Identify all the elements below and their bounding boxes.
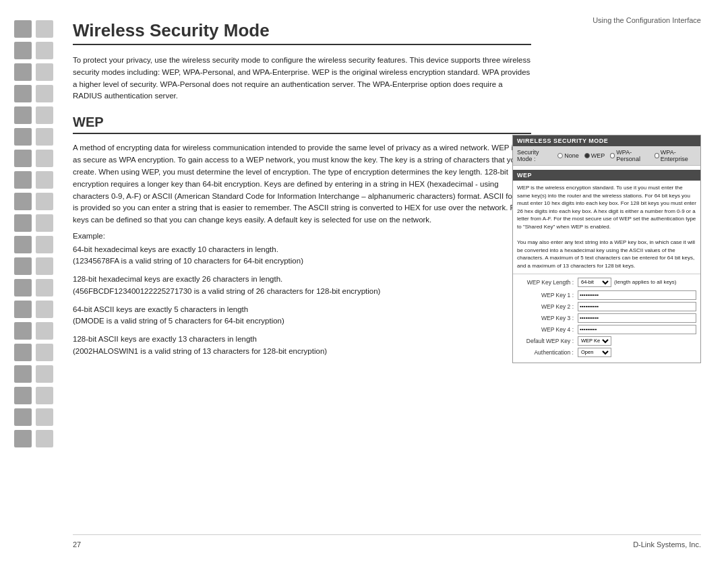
sidebar-row — [14, 430, 53, 447]
wep-key-2-input[interactable] — [578, 302, 696, 311]
sidebar-square — [14, 20, 32, 38]
sidebar-square — [36, 128, 53, 146]
sidebar-row — [14, 85, 53, 102]
sidebar-square — [36, 63, 53, 81]
page-title: Wireless Security Mode — [73, 20, 531, 45]
radio-button-none — [557, 153, 563, 158]
sidebar-square — [36, 214, 53, 232]
main-content: Wireless Security Mode To protect your p… — [73, 20, 531, 364]
wep-key-2-row: WEP Key 2 : — [517, 302, 696, 311]
wep-key-3-input[interactable] — [578, 313, 696, 323]
sidebar-square — [14, 257, 32, 275]
sidebar-row — [14, 150, 53, 167]
sidebar-square — [14, 322, 32, 340]
example-64bit-hex: 64-bit hexadecimal keys are exactly 10 c… — [73, 244, 531, 268]
radio-label-wep: WEP — [591, 152, 605, 159]
sidebar-square — [14, 301, 32, 318]
sidebar-square — [36, 408, 53, 426]
sidebar-square — [36, 279, 53, 296]
sidebar-square — [36, 236, 53, 253]
wep-key-4-label: WEP Key 4 : — [517, 326, 578, 333]
example-line: (456FBCDF123400122225271730 is a valid s… — [73, 286, 531, 297]
sidebar-square — [14, 150, 32, 167]
sidebar-square — [36, 365, 53, 383]
example-line: (2002HALOSWIN1 is a valid string of 13 c… — [73, 346, 531, 357]
key-length-select[interactable]: 64-bit 128-bit — [578, 278, 611, 287]
radio-button-wpa-enterprise — [655, 153, 659, 158]
wep-key-1-input[interactable] — [578, 290, 696, 300]
radio-label-wpa-personal: WPA-Personal — [616, 149, 649, 162]
radio-label-wpa-enterprise: WPA-Enterprise — [661, 149, 696, 162]
wep-key-4-input[interactable] — [578, 325, 696, 334]
wep-key-4-row: WEP Key 4 : — [517, 325, 696, 334]
authentication-label: Authentication : — [517, 349, 578, 356]
radio-button-wep — [584, 153, 590, 158]
sidebar — [0, 0, 67, 562]
sidebar-row — [14, 301, 53, 318]
page-number: 27 — [73, 540, 81, 549]
sidebar-row — [14, 106, 53, 124]
sidebar-square — [14, 193, 32, 210]
default-wep-key-label: Default WEP Key : — [517, 338, 578, 344]
sidebar-square — [36, 20, 53, 38]
example-64bit-ascii: 64-bit ASCII keys are exactly 5 characte… — [73, 304, 531, 327]
default-wep-key-row: Default WEP Key : WEP Key 1 WEP Key 2 WE… — [517, 336, 696, 346]
sidebar-row — [14, 322, 53, 340]
key-length-note: (length applies to all keys) — [614, 279, 677, 285]
sidebar-square — [14, 85, 32, 102]
example-line: 128-bit ASCII keys are exactly 13 charac… — [73, 334, 531, 345]
wep-key-1-row: WEP Key 1 : — [517, 290, 696, 300]
radio-wpa-personal: WPA-Personal — [610, 149, 649, 162]
sidebar-square — [14, 214, 32, 232]
example-line: 128-bit hexadecimal keys are exactly 26 … — [73, 274, 531, 285]
example-line: (DMODE is a valid string of 5 characters… — [73, 315, 531, 327]
sidebar-row — [14, 236, 53, 253]
sidebar-square — [14, 42, 32, 59]
authentication-row: Authentication : Open Shared Key — [517, 348, 696, 357]
sidebar-row — [14, 193, 53, 210]
wep-key-2-label: WEP Key 2 : — [517, 303, 578, 310]
sidebar-square — [36, 171, 53, 189]
company-name: D-Link Systems, Inc. — [633, 540, 701, 549]
sidebar-square — [14, 408, 32, 426]
radio-group: None WEP WPA-Personal WPA-Enterprise — [557, 149, 696, 162]
sidebar-square — [14, 279, 32, 296]
authentication-select[interactable]: Open Shared Key — [578, 348, 611, 357]
default-wep-key-select[interactable]: WEP Key 1 WEP Key 2 WEP Key 3 WEP Key 4 — [578, 336, 611, 346]
sidebar-square — [14, 430, 32, 447]
sidebar-row — [14, 214, 53, 232]
example-line: 64-bit ASCII keys are exactly 5 characte… — [73, 304, 531, 315]
sidebar-square — [36, 430, 53, 447]
sidebar-row — [14, 365, 53, 383]
wep-key-3-row: WEP Key 3 : — [517, 313, 696, 323]
sidebar-row — [14, 279, 53, 296]
wep-description: WEP is the wireless encryption standard.… — [513, 181, 700, 274]
sidebar-row — [14, 63, 53, 81]
wep-heading: WEP — [73, 115, 531, 134]
sidebar-square — [36, 301, 53, 318]
wep-form: WEP Key Length : 64-bit 128-bit (length … — [513, 274, 700, 363]
example-line: (12345678FA is a valid string of 10 char… — [73, 255, 531, 267]
radio-label-none: None — [564, 152, 579, 159]
wireless-security-panel: WIRELESS SECURITY MODE Security Mode : N… — [512, 135, 701, 363]
sidebar-square — [36, 85, 53, 102]
example-128bit-ascii: 128-bit ASCII keys are exactly 13 charac… — [73, 334, 531, 357]
sidebar-square — [14, 171, 32, 189]
key-length-options: 64-bit 128-bit (length applies to all ke… — [578, 278, 677, 287]
sidebar-square — [36, 42, 53, 59]
sidebar-square — [14, 387, 32, 404]
sidebar-square — [36, 322, 53, 340]
wep-desc-text: WEP is the wireless encryption standard.… — [517, 185, 696, 230]
wep-key-1-label: WEP Key 1 : — [517, 292, 578, 299]
panel-header: WIRELESS SECURITY MODE — [513, 135, 700, 146]
key-length-row: WEP Key Length : 64-bit 128-bit (length … — [517, 278, 696, 287]
breadcrumb: Using the Configuration Interface — [593, 16, 701, 24]
radio-wpa-enterprise: WPA-Enterprise — [655, 149, 696, 162]
wep-desc-text2: You may also enter any text string into … — [517, 239, 695, 269]
security-mode-row: Security Mode : None WEP WPA-Personal WP… — [513, 146, 700, 166]
sidebar-row — [14, 171, 53, 189]
sidebar-square — [14, 236, 32, 253]
key-length-label: WEP Key Length : — [517, 279, 578, 286]
sidebar-square — [14, 365, 32, 383]
sidebar-square — [14, 344, 32, 361]
